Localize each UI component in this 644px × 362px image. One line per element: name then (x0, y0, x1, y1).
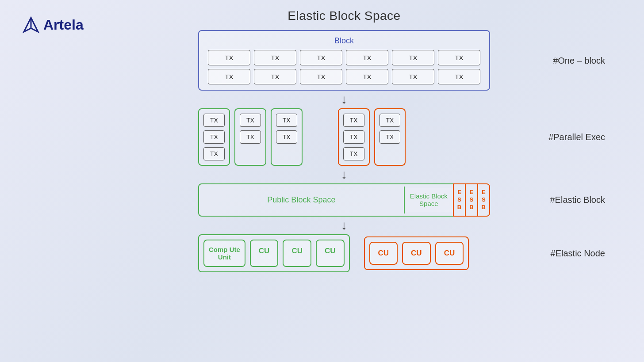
tx-box: TX (346, 50, 388, 65)
cu-box-green-3: CU (316, 240, 345, 267)
arrow-2: ↓ (341, 168, 347, 181)
tx-box: TX (438, 69, 480, 84)
tx-box: TX (254, 50, 296, 65)
tx-box: TX (208, 50, 250, 65)
cu-box-green-1: CU (250, 240, 279, 267)
public-block-space-label: Public Block Space (199, 187, 405, 213)
tx-small: TX (380, 114, 401, 127)
tx-small: TX (203, 114, 225, 127)
tx-small: TX (343, 130, 364, 144)
esb-box-1: ESB (454, 184, 466, 216)
tx-grid-row1: TX TX TX TX TX TX (208, 50, 480, 65)
label-elastic-node: #Elastic Node (551, 248, 605, 258)
tx-small: TX (276, 114, 297, 127)
tx-small: TX (240, 114, 261, 127)
exec-col-2: TX TX (234, 108, 266, 166)
parallel-section: TX TX TX TX TX TX TX (198, 108, 490, 166)
exec-col-orange-1: TX TX TX (338, 108, 370, 166)
tx-box: TX (392, 50, 434, 65)
artela-logo-icon (22, 16, 40, 34)
cu-box-orange-3: CU (435, 242, 464, 265)
tx-small: TX (203, 147, 225, 160)
exec-col-1: TX TX TX (198, 108, 230, 166)
parallel-row: TX TX TX TX TX TX TX (198, 108, 490, 166)
arrow-3: ↓ (341, 219, 347, 232)
block-container: Block TX TX TX TX TX TX TX TX TX TX TX T… (198, 30, 490, 91)
block-section: Block TX TX TX TX TX TX TX TX TX TX TX T… (198, 30, 490, 91)
arrow-1: ↓ (341, 93, 347, 106)
elastic-block-row: Public Block Space Elastic BlockSpace ES… (198, 183, 490, 217)
tx-small: TX (343, 147, 364, 160)
tx-small: TX (203, 130, 225, 144)
elastic-block-section: Public Block Space Elastic BlockSpace ES… (198, 183, 490, 217)
tx-box: TX (300, 50, 342, 65)
elastic-block-green: Public Block Space Elastic BlockSpace (198, 183, 454, 217)
node-row: Comp UteUnit CU CU CU CU CU CU (198, 234, 490, 272)
cu-box-orange-2: CU (402, 242, 431, 265)
green-exec-group: TX TX TX TX TX TX TX (198, 108, 303, 166)
page-title: Elastic Block Space (288, 9, 400, 23)
green-nodes: Comp UteUnit CU CU CU (198, 234, 350, 272)
tx-box: TX (346, 69, 388, 84)
tx-small: TX (276, 130, 297, 144)
rows-container: Block TX TX TX TX TX TX TX TX TX TX TX T… (88, 30, 600, 272)
tx-box: TX (300, 69, 342, 84)
elastic-block-label: Elastic BlockSpace (405, 188, 453, 212)
exec-col-orange-2: TX TX (374, 108, 406, 166)
tx-box: TX (392, 69, 434, 84)
cu-box-orange-1: CU (369, 242, 398, 265)
esb-box-3: ESB (478, 184, 489, 216)
label-one-block: #One – block (553, 55, 605, 65)
elastic-node-section: Comp UteUnit CU CU CU CU CU CU #Elastic … (198, 234, 490, 272)
logo: Artela (22, 16, 84, 34)
label-parallel-exec: #Parallel Exec (548, 132, 605, 142)
compute-unit-box: Comp UteUnit (203, 240, 245, 267)
tx-small: TX (240, 130, 261, 144)
orange-exec-group: TX TX TX TX TX (338, 108, 406, 166)
tx-box: TX (254, 69, 296, 84)
exec-col-3: TX TX (271, 108, 303, 166)
tx-box: TX (438, 50, 480, 65)
cu-box-green-2: CU (283, 240, 311, 267)
tx-small: TX (343, 114, 364, 127)
orange-nodes: CU CU CU (364, 236, 469, 270)
diagram: Elastic Block Space Block TX TX TX TX TX… (88, 9, 600, 353)
block-label: Block (208, 36, 480, 46)
esb-box-2: ESB (466, 184, 478, 216)
tx-box: TX (208, 69, 250, 84)
esb-wrapper: ESB ESB ESB (453, 183, 490, 217)
tx-small: TX (380, 130, 401, 144)
label-elastic-block: #Elastic Block (550, 195, 606, 205)
tx-grid-row2: TX TX TX TX TX TX (208, 69, 480, 84)
logo-text: Artela (43, 17, 84, 33)
